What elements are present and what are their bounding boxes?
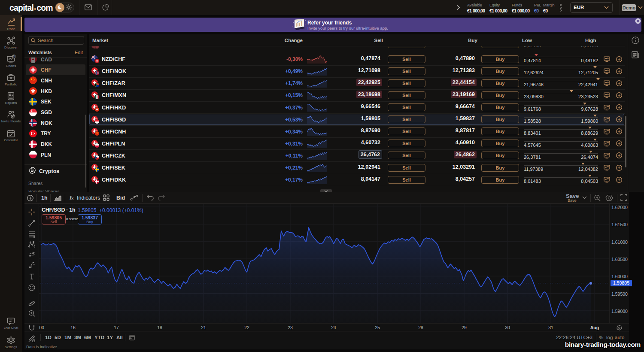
svg-text:4: 4 bbox=[13, 55, 15, 59]
